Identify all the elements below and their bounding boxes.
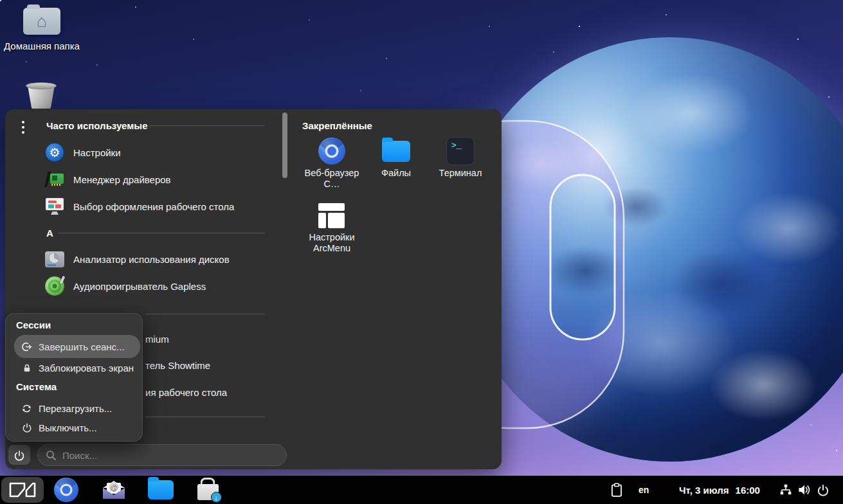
search-icon bbox=[46, 450, 57, 461]
menu-item-label: Аудиопроигрыватель Gapless bbox=[73, 281, 206, 292]
lock-icon bbox=[21, 363, 32, 374]
taskbar-software-button[interactable]: ↓ bbox=[194, 477, 222, 503]
taskbar-mail-button[interactable]: @ bbox=[100, 477, 128, 503]
sessions-header: Сессии bbox=[16, 320, 51, 330]
session-popup: Сессии Завершить сеанс... Заблокировать … bbox=[5, 313, 143, 442]
logout-menu-item[interactable]: Завершить сеанс... bbox=[14, 335, 140, 358]
menu-item-desktop-theme[interactable]: Выбор оформления рабочего стола bbox=[39, 195, 270, 218]
desktop: ⌂ Домашняя папка Часто используемые ⚙ На… bbox=[0, 0, 843, 504]
clock[interactable]: Чт, 3 июля 16:00 bbox=[679, 476, 760, 504]
pinned-section-header: Закреплённые bbox=[302, 120, 372, 131]
section-a-header: А bbox=[46, 228, 53, 239]
menu-item-label: Выбор оформления рабочего стола bbox=[73, 201, 234, 212]
system-header: Система bbox=[16, 381, 57, 392]
menu-item-driver-manager[interactable]: Менеджер драйверов bbox=[39, 168, 270, 191]
arcmenu-logo-icon bbox=[8, 481, 37, 499]
logout-icon bbox=[21, 341, 32, 352]
pinned-item-chromium[interactable]: Веб-браузер C… bbox=[300, 137, 364, 190]
pinned-item-files[interactable]: Файлы bbox=[364, 137, 428, 179]
menu-item-settings[interactable]: ⚙ Настройки bbox=[39, 141, 270, 164]
date-label: Чт, 3 июля bbox=[679, 485, 729, 496]
pinned-item-arcmenu-settings[interactable]: Настройки ArcMenu bbox=[300, 203, 364, 254]
disk-usage-icon bbox=[45, 249, 64, 269]
trash-rim bbox=[26, 82, 57, 89]
pinned-item-label: Веб-браузер C… bbox=[300, 168, 363, 190]
taskbar-files-button[interactable] bbox=[147, 477, 175, 503]
stars bbox=[0, 0, 1, 1]
keyboard-layout-indicator[interactable]: en bbox=[639, 476, 649, 504]
menu-item-disk-usage[interactable]: Анализатор использования дисков bbox=[39, 248, 270, 271]
frequent-section-header: Часто используемые bbox=[46, 120, 148, 131]
shutdown-label: Выключить... bbox=[39, 422, 97, 433]
power-icon bbox=[817, 483, 829, 496]
volume-icon bbox=[797, 483, 811, 496]
divider bbox=[145, 417, 265, 417]
menu-item-label: Настройки bbox=[73, 147, 121, 158]
network-indicator[interactable] bbox=[779, 476, 792, 504]
arcmenu-launcher-button[interactable] bbox=[1, 477, 44, 503]
shutdown-icon bbox=[21, 422, 32, 433]
taskbar: @ ↓ en Чт, 3 июля 16:00 bbox=[0, 476, 843, 504]
divider bbox=[145, 314, 265, 314]
taskbar-chromium-button[interactable] bbox=[52, 477, 80, 503]
pinned-item-terminal[interactable]: >_ Терминал bbox=[428, 137, 493, 179]
volume-indicator[interactable] bbox=[797, 476, 811, 504]
menu-item-gapless[interactable]: Аудиопроигрыватель Gapless bbox=[39, 274, 270, 298]
clipboard-indicator[interactable] bbox=[610, 476, 624, 504]
gapless-icon bbox=[45, 276, 64, 296]
divider bbox=[149, 125, 265, 126]
menu-scrollbar[interactable] bbox=[282, 113, 287, 178]
restart-label: Перезагрузить... bbox=[39, 403, 112, 414]
settings-icon: ⚙ bbox=[45, 143, 64, 162]
menu-item-clipped-showtime[interactable]: тель Showtime bbox=[145, 354, 210, 377]
software-center-icon: ↓ bbox=[197, 484, 219, 500]
divider bbox=[58, 233, 265, 233]
desktop-icon-trash[interactable] bbox=[26, 82, 57, 109]
keyboard-layout-label: en bbox=[639, 485, 649, 495]
menu-options-dots-icon[interactable] bbox=[19, 118, 27, 136]
time-label: 16:00 bbox=[736, 485, 760, 496]
restart-menu-item[interactable]: Перезагрузить... bbox=[14, 398, 140, 419]
mail-icon: @ bbox=[102, 480, 126, 500]
logout-label: Завершить сеанс... bbox=[39, 341, 125, 352]
shutdown-menu-item[interactable]: Выключить... bbox=[14, 417, 140, 438]
files-icon bbox=[148, 480, 174, 500]
home-folder-icon: ⌂ bbox=[23, 8, 60, 35]
network-icon bbox=[779, 483, 792, 496]
lock-label: Заблокировать экран bbox=[39, 363, 134, 374]
house-glyph: ⌂ bbox=[37, 13, 47, 30]
download-arrow-icon: ↓ bbox=[211, 492, 222, 503]
menu-item-clipped-desktop[interactable]: ия рабочего стола bbox=[145, 381, 227, 404]
chromium-icon bbox=[318, 137, 346, 165]
svg-text:@: @ bbox=[111, 483, 118, 491]
pinned-item-label: Файлы bbox=[365, 168, 428, 179]
session-power-button[interactable] bbox=[8, 445, 30, 465]
power-icon bbox=[14, 449, 25, 461]
search-input[interactable] bbox=[62, 450, 278, 461]
search-box[interactable] bbox=[37, 444, 287, 466]
files-icon bbox=[382, 137, 410, 165]
pinned-item-label: Терминал bbox=[429, 168, 492, 179]
restart-icon bbox=[21, 403, 32, 414]
desktop-icon-home[interactable]: ⌂ Домашняя папка bbox=[0, 8, 84, 51]
home-folder-label: Домашняя папка bbox=[4, 40, 80, 51]
chromium-icon bbox=[53, 477, 79, 503]
menu-item-label: Анализатор использования дисков bbox=[73, 254, 230, 265]
pinned-item-label: Настройки ArcMenu bbox=[300, 232, 363, 254]
lock-screen-menu-item[interactable]: Заблокировать экран bbox=[14, 357, 140, 378]
menu-item-clipped-chromium[interactable]: mium bbox=[145, 327, 169, 350]
menu-item-label: Менеджер драйверов bbox=[73, 174, 171, 185]
power-indicator[interactable] bbox=[817, 476, 829, 504]
clipboard-icon bbox=[610, 482, 624, 498]
arcmenu-settings-icon bbox=[318, 203, 345, 230]
driver-manager-icon bbox=[45, 170, 64, 189]
desktop-theme-icon bbox=[45, 197, 64, 216]
terminal-icon: >_ bbox=[446, 137, 475, 165]
